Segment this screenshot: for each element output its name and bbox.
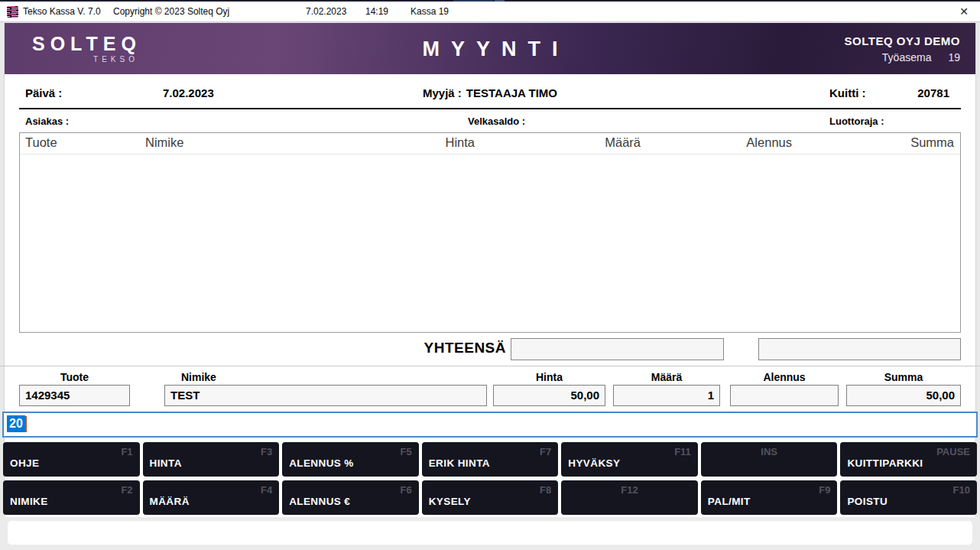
credit-limit-label: Luottoraja : [829, 116, 884, 127]
pal-mit-button[interactable]: F9PAL/MIT [701, 480, 838, 515]
customer-label: Asiakas : [25, 116, 69, 127]
app-header: SOLTEQ TEKSO MYYNTI SOLTEQ OYJ DEMO Työa… [5, 23, 975, 74]
nimike-button[interactable]: F2NIMIKE [3, 480, 140, 515]
entry-field-alennus[interactable] [730, 385, 839, 406]
entry-field-hinta[interactable]: 50,00 [493, 385, 605, 406]
page-title: MYYNTI [410, 37, 569, 61]
ohje-button[interactable]: F1OHJE [3, 442, 140, 477]
total-secondary-field [758, 338, 961, 360]
sale-lines-table: Tuote Nimike Hinta Määrä Alennus Summa [19, 132, 961, 333]
alennus-euro-button[interactable]: F6ALENNUS € [282, 480, 419, 515]
debt-balance-label: Velkasaldo : [468, 116, 525, 127]
entry-field-tuote[interactable]: 1429345 [19, 385, 130, 406]
fk-label: ALENNUS € [289, 496, 350, 507]
fkey-tag: F4 [261, 484, 272, 496]
date-value: 7.02.2023 [163, 86, 214, 99]
fkey-tag: F12 [621, 484, 638, 496]
titlebar-app-title: Tekso Kassa V. 7.0 [23, 6, 101, 17]
fk-label: ERIK HINTA [429, 457, 490, 469]
fkey-tag: INS [761, 446, 777, 457]
fkey-tag: F3 [261, 446, 272, 457]
fkey-tag: PAUSE [936, 446, 970, 457]
kysely-button[interactable]: F8KYSELY [422, 480, 559, 515]
ins-button[interactable]: INS [701, 442, 838, 477]
column-header-maara: Määrä [564, 135, 641, 150]
maara-button[interactable]: F4MÄÄRÄ [143, 480, 280, 515]
text-cursor [25, 416, 27, 432]
fkey-tag: F7 [540, 446, 551, 457]
titlebar: Tekso Kassa V. 7.0 Copyright © 2023 Solt… [0, 2, 980, 22]
poistu-button[interactable]: F10POISTU [840, 480, 977, 515]
total-amount-field [511, 338, 724, 360]
status-strip [8, 521, 972, 545]
workstation-label: Työasema [882, 51, 932, 63]
seller-label: Myyjä : [423, 86, 462, 99]
main-area: Päivä : 7.02.2023 Myyjä :TESTAAJA TIMO K… [5, 74, 975, 517]
hinta-button[interactable]: F3HINTA [143, 442, 280, 477]
entry-label-tuote: Tuote [19, 371, 130, 383]
fk-label: NIMIKE [10, 496, 48, 507]
receipt-label: Kuitti : [829, 86, 865, 99]
column-header-tuote: Tuote [25, 135, 57, 150]
fkey-tag: F2 [121, 484, 132, 496]
app-icon [7, 6, 18, 18]
workstation-info: Työasema19 [845, 52, 960, 63]
f12-button[interactable]: F12 [561, 480, 698, 515]
titlebar-register: Kassa 19 [410, 6, 449, 17]
titlebar-copyright: Copyright © 2023 Solteq Oyj [113, 6, 229, 17]
hyvaksy-button[interactable]: F11HYVÄKSY [561, 442, 698, 477]
function-key-grid: F1OHJE F3HINTA F5ALENNUS % F7ERIK HINTA … [3, 442, 977, 515]
fk-label: HYVÄKSY [568, 457, 620, 469]
seller-value: TESTAAJA TIMO [466, 86, 557, 99]
column-header-nimike: Nimike [145, 135, 183, 150]
kuittiparkki-button[interactable]: PAUSEKUITTIPARKKI [840, 442, 977, 477]
column-header-alennus: Alennus [716, 135, 792, 150]
titlebar-date: 7.02.2023 [306, 6, 346, 17]
fkey-tag: F10 [953, 484, 970, 496]
fk-label: PAL/MIT [708, 496, 751, 507]
fk-label: KUITTIPARKKI [847, 457, 923, 469]
fk-label: MÄÄRÄ [150, 496, 190, 507]
seller-info: Myyjä :TESTAAJA TIMO [423, 86, 557, 99]
separator-line [0, 366, 980, 366]
fkey-tag: F1 [121, 446, 132, 457]
entry-field-summa[interactable]: 50,00 [846, 385, 961, 406]
fkey-tag: F5 [401, 446, 412, 457]
entry-label-summa: Summa [846, 371, 961, 383]
command-input[interactable]: 20 [2, 412, 978, 438]
entry-label-alennus: Alennus [730, 371, 839, 383]
column-header-hinta: Hinta [398, 135, 475, 150]
workstation-value: 19 [948, 51, 960, 63]
fkey-tag: F9 [819, 484, 830, 496]
erik-hinta-button[interactable]: F7ERIK HINTA [422, 442, 559, 477]
date-label: Päivä : [25, 86, 62, 99]
logo-main-text: SOLTEQ [32, 34, 141, 54]
entry-field-maara[interactable]: 1 [613, 385, 720, 406]
separator-line [19, 108, 961, 109]
company-name: SOLTEQ OYJ DEMO [845, 35, 960, 47]
solteq-logo: SOLTEQ TEKSO [32, 34, 141, 63]
close-icon[interactable]: ✕ [951, 2, 977, 21]
command-input-selected-text: 20 [7, 415, 25, 432]
entry-label-maara: Määrä [613, 371, 720, 383]
entry-label-hinta: Hinta [493, 371, 605, 383]
titlebar-time: 14:19 [365, 6, 388, 17]
receipt-value: 20781 [917, 86, 949, 99]
fk-label: HINTA [150, 457, 182, 469]
fkey-tag: F6 [401, 484, 412, 496]
fk-label: ALENNUS % [289, 457, 354, 469]
alennus-prosentti-button[interactable]: F5ALENNUS % [282, 442, 419, 477]
fkey-tag: F11 [674, 446, 691, 457]
table-header-row: Tuote Nimike Hinta Määrä Alennus Summa [20, 133, 960, 155]
total-label: YHTEENSÄ [349, 340, 506, 356]
logo-sub-text: TEKSO [93, 56, 138, 63]
fk-label: POISTU [847, 496, 888, 507]
column-header-summa: Summa [910, 135, 954, 150]
entry-label-nimike: Nimike [164, 371, 487, 383]
fk-label: OHJE [10, 457, 39, 469]
fkey-tag: F8 [540, 484, 551, 496]
fk-label: KYSELY [429, 496, 471, 507]
entry-field-nimike[interactable]: TEST [164, 385, 487, 406]
